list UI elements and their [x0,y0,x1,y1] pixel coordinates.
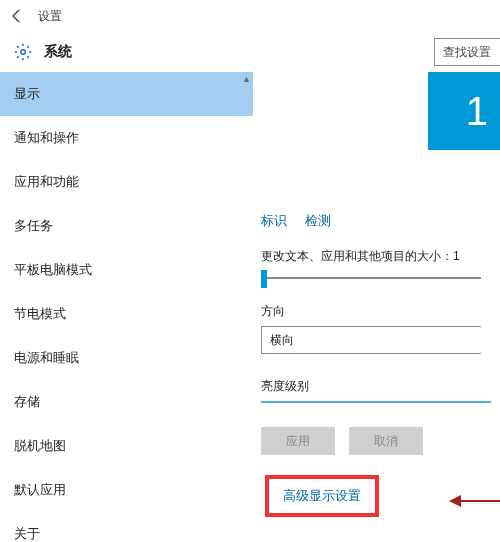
orientation-label: 方向 [261,303,500,320]
gear-icon [14,43,32,61]
search-input[interactable]: 查找设置 [434,38,500,66]
titlebar: 设置 [0,0,500,32]
apply-button[interactable]: 应用 [261,427,335,455]
sidebar-item-3[interactable]: 多任务 [0,204,253,248]
sidebar: ▲ 显示通知和操作应用和功能多任务平板电脑模式节电模式电源和睡眠存储脱机地图默认… [0,72,253,542]
sidebar-item-8[interactable]: 脱机地图 [0,424,253,468]
sidebar-item-label: 多任务 [14,217,53,235]
brightness-label: 亮度级别 [261,378,500,395]
window-title: 设置 [38,8,62,25]
sidebar-item-label: 节电模式 [14,305,66,323]
header: 系统 查找设置 [0,32,500,72]
sidebar-item-label: 电源和睡眠 [14,349,79,367]
sidebar-item-5[interactable]: 节电模式 [0,292,253,336]
resize-label: 更改文本、应用和其他项目的大小：1 [261,248,500,265]
arrow-left-icon [9,8,25,24]
sidebar-item-6[interactable]: 电源和睡眠 [0,336,253,380]
svg-point-0 [21,50,26,55]
orientation-select[interactable]: 横向 [261,326,481,354]
content-pane: 1 标识 检测 更改文本、应用和其他项目的大小：1 方向 横向 亮度级别 应用 … [253,72,500,542]
sidebar-item-0[interactable]: 显示 [0,72,253,116]
sidebar-item-2[interactable]: 应用和功能 [0,160,253,204]
scroll-up-icon[interactable]: ▲ [242,74,251,84]
cancel-button[interactable]: 取消 [349,427,423,455]
sidebar-item-label: 应用和功能 [14,173,79,191]
sidebar-item-label: 默认应用 [14,481,66,499]
identify-link[interactable]: 标识 [261,212,287,230]
sidebar-item-7[interactable]: 存储 [0,380,253,424]
sidebar-item-label: 存储 [14,393,40,411]
monitor-preview[interactable]: 1 [428,72,500,150]
annotation-highlight: 高级显示设置 [265,475,379,517]
sidebar-item-label: 关于 [14,525,40,542]
sidebar-item-10[interactable]: 关于 [0,512,253,542]
slider-thumb[interactable] [261,270,267,288]
orientation-value: 横向 [270,332,294,349]
sidebar-item-label: 平板电脑模式 [14,261,92,279]
advanced-display-link[interactable]: 高级显示设置 [283,488,361,503]
back-button[interactable] [8,7,26,25]
sidebar-item-9[interactable]: 默认应用 [0,468,253,512]
monitor-number: 1 [466,89,488,134]
sidebar-item-label: 脱机地图 [14,437,66,455]
search-placeholder: 查找设置 [443,44,491,61]
brightness-slider[interactable] [261,401,491,403]
detect-link[interactable]: 检测 [305,212,331,230]
sidebar-item-label: 通知和操作 [14,129,79,147]
page-title: 系统 [44,43,72,61]
annotation-arrow [459,500,500,502]
sidebar-item-4[interactable]: 平板电脑模式 [0,248,253,292]
sidebar-item-1[interactable]: 通知和操作 [0,116,253,160]
text-size-slider[interactable] [261,277,481,279]
sidebar-item-label: 显示 [14,85,40,103]
